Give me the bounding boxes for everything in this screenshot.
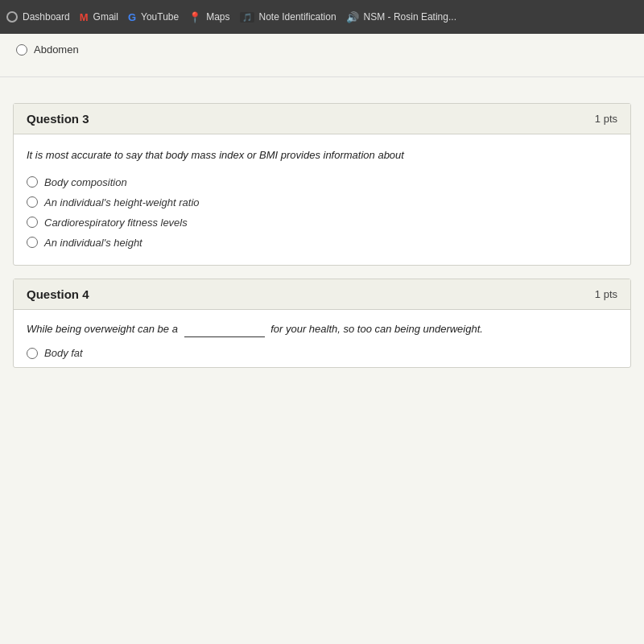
question-4-header: Question 4 1 pts	[14, 279, 630, 310]
option-cardiorespiratory[interactable]: Cardiorespiratory fitness levels	[27, 217, 617, 229]
question-4-text: While being overweight can be a for your…	[27, 321, 617, 338]
q4-text-after: for your health, so too can being underw…	[270, 323, 483, 335]
tab-youtube-label: YouTube	[141, 11, 179, 23]
tab-maps[interactable]: 📍 Maps	[188, 11, 229, 23]
option-cardiorespiratory-label: Cardiorespiratory fitness levels	[44, 217, 188, 229]
abdomen-strip: Abdomen	[0, 34, 644, 77]
tab-gmail-label: Gmail	[93, 11, 118, 23]
gmail-icon: M	[80, 11, 89, 23]
radio-abdomen[interactable]	[16, 44, 27, 56]
radio-height-weight[interactable]	[27, 196, 38, 208]
radio-body-fat[interactable]	[27, 348, 38, 359]
question-3-options: Body composition An individual's height-…	[27, 176, 617, 258]
tab-nsm-label: NSM - Rosin Eating...	[364, 11, 456, 23]
tab-gmail[interactable]: M Gmail	[80, 11, 118, 23]
question-3-title: Question 3	[27, 112, 89, 126]
note-icon: 🎵	[240, 12, 254, 23]
tab-note-identification[interactable]: 🎵 Note Identification	[240, 11, 336, 23]
tab-youtube[interactable]: G YouTube	[128, 11, 179, 23]
tab-note-label: Note Identification	[259, 11, 336, 23]
main-content: Abdomen Question 3 1 pts It is most accu…	[0, 34, 644, 644]
tab-maps-label: Maps	[206, 11, 229, 23]
question-4-pts: 1 pts	[595, 288, 617, 300]
radio-individual-height[interactable]	[27, 237, 38, 248]
question-4-card: Question 4 1 pts While being overweight …	[13, 279, 631, 369]
question-4-title: Question 4	[27, 287, 89, 301]
q4-blank	[184, 336, 265, 337]
nsm-icon: 🔊	[346, 11, 359, 23]
option-individual-height-label: An individual's height	[44, 237, 142, 249]
google-icon: G	[128, 11, 136, 23]
option-individual-height[interactable]: An individual's height	[27, 237, 617, 249]
question-3-pts: 1 pts	[595, 113, 617, 125]
browser-bar: Dashboard M Gmail G YouTube 📍 Maps 🎵 Not…	[0, 0, 644, 34]
question-4-body: While being overweight can be a for your…	[14, 310, 630, 368]
tab-nsm[interactable]: 🔊 NSM - Rosin Eating...	[346, 11, 456, 23]
option-body-composition[interactable]: Body composition	[27, 176, 617, 188]
question-3-text: It is most accurate to say that body mas…	[27, 147, 617, 163]
option-height-weight[interactable]: An individual's height-weight ratio	[27, 196, 617, 208]
dashboard-icon	[6, 11, 18, 23]
radio-cardiorespiratory[interactable]	[27, 217, 38, 228]
option-body-composition-label: Body composition	[44, 176, 127, 188]
tab-dashboard[interactable]: Dashboard	[6, 11, 70, 23]
q4-text-before: While being overweight can be a	[27, 323, 178, 335]
question-3-body: It is most accurate to say that body mas…	[14, 134, 630, 265]
question-3-card: Question 3 1 pts It is most accurate to …	[13, 103, 631, 266]
radio-body-composition[interactable]	[27, 176, 38, 188]
tab-dashboard-label: Dashboard	[23, 11, 70, 23]
question-3-header: Question 3 1 pts	[14, 104, 630, 134]
abdomen-label: Abdomen	[34, 43, 79, 56]
maps-icon: 📍	[188, 11, 201, 23]
option-body-fat-label: Body fat	[44, 347, 83, 359]
option-abdomen[interactable]: Abdomen	[16, 43, 628, 56]
option-body-fat[interactable]: Body fat	[27, 347, 617, 359]
option-height-weight-label: An individual's height-weight ratio	[44, 196, 200, 208]
